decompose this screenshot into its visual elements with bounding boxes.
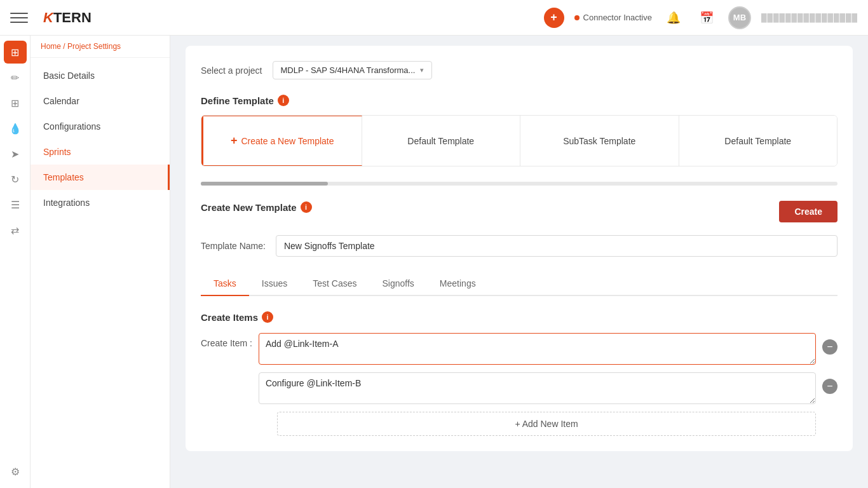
- user-masked-text: ████████████████: [761, 13, 858, 22]
- template-name-input[interactable]: [276, 235, 837, 257]
- sidebar-item-templates[interactable]: Templates: [31, 165, 170, 190]
- create-template-header: Create New Template i Create: [201, 201, 837, 222]
- remove-item-2-button[interactable]: −: [822, 379, 837, 394]
- icon-bar-share[interactable]: ⇄: [4, 219, 27, 241]
- create-items-info-icon: i: [262, 311, 273, 323]
- define-template-info-icon: i: [278, 95, 289, 106]
- breadcrumb-current: Project Settings: [67, 42, 121, 51]
- app-logo: K TERN: [43, 10, 92, 26]
- scroll-indicator: [201, 182, 837, 186]
- create-item-input-2[interactable]: [259, 372, 816, 404]
- create-new-template-label: + Create a New Template: [231, 134, 334, 147]
- main-content: Select a project MDLP - SAP S/4HANA Tran…: [170, 36, 868, 488]
- create-button[interactable]: Create: [779, 201, 837, 222]
- add-new-item-button[interactable]: + Add New Item: [277, 412, 816, 436]
- breadcrumb-separator: /: [63, 42, 65, 51]
- tab-signoffs[interactable]: Signoffs: [370, 272, 427, 296]
- icon-bar: ⊞ ✏ ⊞ 💧 ➤ ↻ ☰ ⇄ ⚙: [0, 36, 31, 488]
- global-add-button[interactable]: +: [544, 8, 564, 28]
- template-card-subtask[interactable]: SubTask Template: [520, 116, 679, 166]
- create-items-title: Create Items i: [201, 311, 837, 323]
- template-card-create-new[interactable]: + Create a New Template: [201, 116, 362, 166]
- tab-test-cases[interactable]: Test Cases: [300, 272, 369, 296]
- menu-icon[interactable]: [10, 9, 28, 27]
- chevron-down-icon: ▾: [420, 66, 424, 74]
- create-item-input-1[interactable]: [259, 333, 816, 365]
- template-card-default-2[interactable]: Default Template: [679, 116, 837, 166]
- icon-bar-settings[interactable]: ⚙: [4, 460, 27, 483]
- icon-bar-refresh[interactable]: ↻: [4, 168, 27, 191]
- avatar[interactable]: MB: [728, 6, 751, 29]
- icon-bar-edit[interactable]: ✏: [4, 66, 27, 89]
- connector-status: Connector Inactive: [574, 13, 652, 22]
- create-item-label: Create Item :: [201, 333, 252, 348]
- select-project-label: Select a project: [201, 65, 262, 76]
- project-dropdown[interactable]: MDLP - SAP S/4HANA Transforma... ▾: [273, 61, 433, 79]
- main-layout: ⊞ ✏ ⊞ 💧 ➤ ↻ ☰ ⇄ ⚙ Home / Project Setting…: [0, 36, 868, 488]
- logo-k: K: [43, 10, 53, 26]
- plus-icon: +: [231, 134, 238, 147]
- breadcrumb: Home / Project Settings: [31, 36, 170, 58]
- content-card: Select a project MDLP - SAP S/4HANA Tran…: [186, 46, 853, 451]
- project-dropdown-value: MDLP - SAP S/4HANA Transforma...: [281, 65, 416, 75]
- sidebar-item-calendar[interactable]: Calendar: [31, 88, 170, 114]
- calendar-icon[interactable]: 📅: [695, 6, 718, 29]
- logo-tern: TERN: [53, 10, 92, 26]
- notification-icon[interactable]: 🔔: [662, 6, 685, 29]
- template-name-row: Template Name:: [201, 235, 837, 257]
- icon-bar-list[interactable]: ☰: [4, 193, 27, 216]
- template-cards-wrapper: + Create a New Template Default Template…: [201, 115, 837, 166]
- tab-bar: Tasks Issues Test Cases Signoffs Meeting…: [201, 272, 837, 296]
- template-name-label: Template Name:: [201, 241, 266, 251]
- tab-issues[interactable]: Issues: [249, 272, 300, 296]
- tab-tasks[interactable]: Tasks: [201, 272, 249, 296]
- breadcrumb-home[interactable]: Home: [41, 42, 61, 51]
- sidebar-item-basic-details[interactable]: Basic Details: [31, 63, 170, 88]
- icon-bar-home[interactable]: ⊞: [4, 41, 27, 64]
- create-item-row-2: Create Item : −: [201, 372, 837, 404]
- app-header: K TERN + Connector Inactive 🔔 📅 MB █████…: [0, 0, 868, 36]
- define-template-title: Define Template i: [201, 95, 837, 106]
- scroll-thumb: [201, 182, 328, 186]
- icon-bar-drop[interactable]: 💧: [4, 117, 27, 140]
- sidebar-nav: Basic Details Calendar Configurations Sp…: [31, 58, 170, 488]
- icon-bar-send[interactable]: ➤: [4, 142, 27, 165]
- sidebar: Home / Project Settings Basic Details Ca…: [31, 36, 170, 488]
- select-project-row: Select a project MDLP - SAP S/4HANA Tran…: [201, 61, 837, 79]
- sidebar-item-integrations[interactable]: Integrations: [31, 190, 170, 215]
- template-card-default-1[interactable]: Default Template: [362, 116, 521, 166]
- sidebar-item-sprints[interactable]: Sprints: [31, 139, 170, 165]
- remove-item-1-button[interactable]: −: [822, 339, 837, 355]
- icon-bar-grid[interactable]: ⊞: [4, 92, 27, 114]
- connector-dot: [574, 15, 580, 20]
- create-template-info-icon: i: [301, 201, 312, 213]
- template-cards: + Create a New Template Default Template…: [201, 115, 837, 166]
- tab-meetings[interactable]: Meetings: [427, 272, 489, 296]
- create-new-template-title: Create New Template i: [201, 201, 312, 213]
- create-item-row-1: Create Item : −: [201, 333, 837, 365]
- sidebar-item-configurations[interactable]: Configurations: [31, 114, 170, 139]
